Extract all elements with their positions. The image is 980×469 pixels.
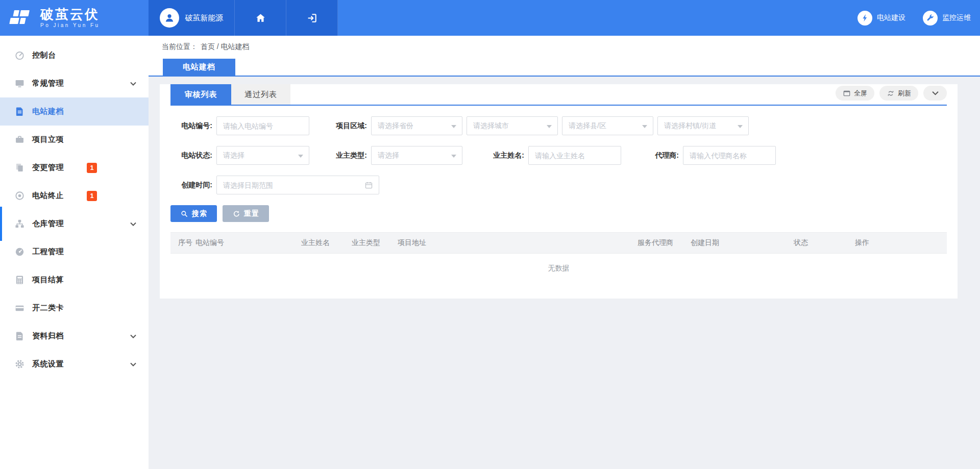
sidebar-item-label: 项目结算 (32, 275, 64, 285)
fullscreen-label: 全屏 (854, 89, 867, 98)
province-select[interactable]: 请选择省份 (371, 116, 462, 135)
sidebar-item-label: 仓库管理 (32, 219, 64, 229)
reset-icon (232, 210, 240, 218)
results-table: 序号 电站编号 业主姓名 业主类型 项目地址 服务代理商 创建日期 状态 操作 … (170, 232, 947, 283)
breadcrumb-prefix: 当前位置： (162, 42, 198, 51)
user-menu[interactable]: 破茧新能源 (149, 0, 235, 36)
city-select[interactable]: 请选择城市 (467, 116, 558, 135)
sidebar-item-project-initiation[interactable]: 项目立项 (0, 126, 149, 154)
header-right-area: 电站建设 监控运维 (338, 0, 980, 36)
empty-state: 无数据 (170, 254, 947, 283)
date-range-input[interactable] (217, 176, 379, 194)
owner-name-input[interactable] (528, 146, 621, 165)
avatar (160, 8, 179, 28)
sidebar: 控制台 常规管理 电站建档 (0, 36, 149, 469)
document-icon (14, 106, 25, 117)
sidebar-item-station-filing[interactable]: 电站建档 (0, 97, 149, 126)
home-button[interactable] (235, 0, 286, 36)
town-select[interactable]: 请选择村镇/街道 (657, 116, 749, 135)
sidebar-item-label: 变更管理 (32, 163, 64, 172)
owner-type-label: 业主类型: (309, 151, 371, 160)
refresh-icon (887, 89, 895, 97)
chevron-down-icon (932, 91, 939, 95)
notification-badge: 1 (87, 163, 97, 173)
app-root: 破茧云伏 Po Jian Yun Fu 破茧新能源 (0, 0, 980, 469)
sidebar-item-label: 常规管理 (32, 79, 64, 88)
sidebar-item-station-termination[interactable]: 电站终止 1 (0, 182, 149, 210)
town-select-value: 请选择村镇/街道 (664, 121, 716, 131)
filter-form: 电站编号: 项目区域: 请选择省份 请选择城市 请选择县/区 (170, 116, 947, 194)
sidebar-item-general-management[interactable]: 常规管理 (0, 69, 149, 97)
logout-button[interactable] (286, 0, 338, 36)
station-status-label: 电站状态: (170, 151, 216, 160)
panel-toolbar: 全屏 刷新 (836, 86, 947, 103)
sidebar-item-change-management[interactable]: 变更管理 1 (0, 154, 149, 182)
collapse-button[interactable] (923, 86, 947, 101)
nav-label: 电站建设 (877, 13, 905, 22)
col-创建日期: 创建日期 (691, 238, 794, 248)
filter-row-3: 创建时间: (170, 176, 947, 194)
copy-pages-icon (14, 162, 25, 174)
table-header-row: 序号 电站编号 业主姓名 业主类型 项目地址 服务代理商 创建日期 状态 操作 (170, 232, 947, 254)
fullscreen-icon (843, 89, 851, 97)
fullscreen-button[interactable]: 全屏 (836, 86, 874, 101)
sidebar-item-system-settings[interactable]: 系统设置 (0, 350, 149, 378)
sidebar-item-data-archiving[interactable]: 资料归档 (0, 322, 149, 350)
chevron-down-icon (130, 82, 136, 86)
sidebar-item-engineering-management[interactable]: 工程管理 (0, 238, 149, 266)
station-status-select[interactable]: 请选择 (216, 146, 309, 165)
date-range-picker[interactable] (216, 176, 379, 194)
filter-row-2: 电站状态: 请选择 业主类型: 请选择 业主姓名: 代理商: (170, 146, 947, 165)
active-indicator (0, 207, 2, 241)
briefcase-icon (14, 134, 25, 145)
brand-logo-area: 破茧云伏 Po Jian Yun Fu (0, 0, 149, 36)
tab-review-list[interactable]: 审核列表 (170, 84, 231, 105)
col-业主类型: 业主类型 (352, 238, 398, 248)
station-status-value: 请选择 (223, 151, 244, 160)
sidebar-item-label: 资料归档 (32, 331, 64, 341)
gauge-icon (14, 50, 25, 61)
province-select-value: 请选择省份 (378, 121, 413, 131)
county-select[interactable]: 请选择县/区 (562, 116, 653, 135)
filter-row-1: 电站编号: 项目区域: 请选择省份 请选择城市 请选择县/区 (170, 116, 947, 135)
header-dark-section: 破茧新能源 (149, 0, 338, 36)
user-icon (163, 12, 176, 24)
nav-station-construction[interactable]: 电站建设 (857, 11, 905, 26)
sidebar-item-label: 开二类卡 (32, 303, 64, 313)
bank-card-icon (14, 303, 25, 314)
content-panel: 审核列表 通过列表 全屏 (160, 84, 958, 299)
sidebar-item-label: 系统设置 (32, 359, 64, 369)
sidebar-item-open-class2-card[interactable]: 开二类卡 (0, 294, 149, 322)
caret-down-icon (298, 155, 303, 158)
station-no-label: 电站编号: (170, 121, 216, 131)
page-tab-station-filing[interactable]: 电站建档 (163, 59, 235, 76)
sidebar-item-dashboard[interactable]: 控制台 (0, 41, 149, 69)
caret-down-icon (451, 125, 456, 128)
agent-input[interactable] (683, 146, 776, 165)
main-content: 当前位置： 首页 / 电站建档 电站建档 审核列表 通过列表 全屏 (149, 36, 980, 469)
search-button[interactable]: 搜索 (170, 205, 217, 222)
caret-down-icon (642, 125, 647, 128)
refresh-button[interactable]: 刷新 (879, 86, 918, 101)
notification-badge: 1 (87, 191, 97, 201)
brand-tagline: Po Jian Yun Fu (40, 22, 100, 28)
owner-type-select[interactable]: 请选择 (371, 146, 462, 165)
gear-icon (14, 359, 25, 370)
agent-label: 代理商: (621, 151, 683, 160)
reset-button[interactable]: 重置 (223, 205, 269, 222)
caret-down-icon (547, 125, 552, 128)
owner-type-value: 请选择 (378, 151, 399, 160)
home-icon (255, 12, 266, 24)
col-状态: 状态 (794, 238, 855, 248)
sidebar-item-project-settlement[interactable]: 项目结算 (0, 266, 149, 294)
station-no-input[interactable] (216, 116, 309, 135)
nav-label: 监控运维 (942, 13, 971, 22)
sidebar-item-label: 项目立项 (32, 135, 64, 144)
sidebar-item-warehouse-management[interactable]: 仓库管理 (0, 210, 149, 238)
chevron-down-icon (130, 334, 136, 338)
chevron-down-icon (130, 222, 136, 226)
file-icon (14, 331, 25, 342)
brand-logo-icon (9, 8, 33, 28)
tab-passed-list[interactable]: 通过列表 (231, 84, 290, 105)
nav-monitoring-ops[interactable]: 监控运维 (923, 11, 971, 26)
